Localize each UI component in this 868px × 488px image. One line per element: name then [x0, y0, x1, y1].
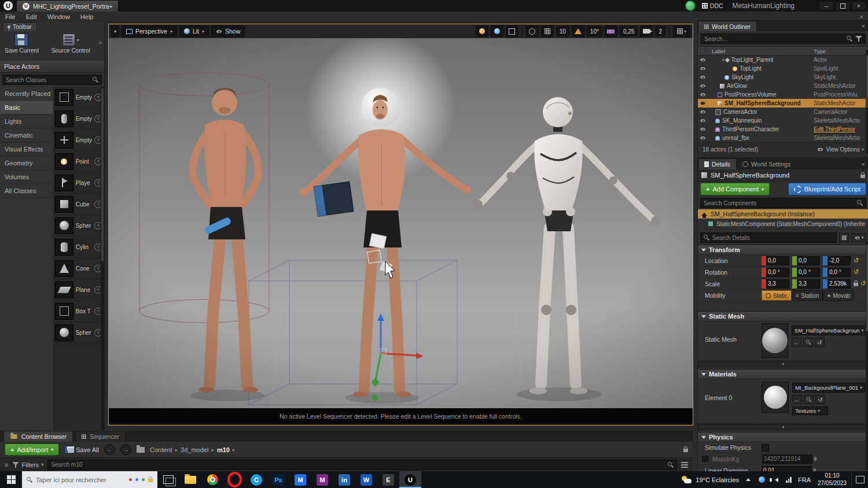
reset-location-button[interactable]: ↺ — [854, 257, 859, 264]
location-x-field[interactable]: 0,0 — [766, 256, 789, 265]
visibility-eye-icon[interactable] — [698, 58, 707, 62]
table-row[interactable]: TopLightSpotLight — [698, 64, 868, 73]
clock[interactable]: 01:10 27/05/2023 — [813, 471, 851, 488]
list-item[interactable]: Plane? — [54, 279, 104, 301]
table-row[interactable]: CameraActorCameraActor — [698, 108, 868, 116]
network-button[interactable] — [782, 471, 796, 488]
viewport-options-button[interactable]: ▾ — [111, 25, 119, 37]
visibility-eye-icon[interactable] — [698, 66, 707, 71]
save-all-button[interactable]: Save All — [64, 446, 99, 454]
settings-icon[interactable]: ≡ — [5, 461, 8, 468]
table-row[interactable]: SkyLightSkyLight — [698, 73, 868, 82]
use-selected-button[interactable]: ← — [792, 395, 802, 404]
list-item[interactable]: Cylin? — [54, 236, 104, 258]
filters-button[interactable]: Filters ▾ — [12, 461, 43, 468]
search-components-input[interactable]: Search Components — [700, 198, 866, 208]
close-button[interactable]: × — [851, 1, 866, 10]
start-button[interactable] — [0, 471, 22, 488]
lock-icon[interactable] — [683, 449, 688, 452]
scale-lock-icon[interactable] — [854, 283, 858, 286]
category-basic[interactable]: Basic — [0, 101, 53, 114]
toolbar-tab[interactable]: Toolbar — [2, 22, 37, 31]
scale-snap-button[interactable] — [605, 25, 617, 37]
static-mesh-dropdown[interactable]: SM_HalfSphereBackgroun ▾ — [792, 326, 867, 335]
scrollbar[interactable] — [866, 242, 868, 470]
search-details-input[interactable]: Search Details — [700, 232, 837, 243]
tray-expand-button[interactable] — [741, 471, 755, 488]
list-item[interactable]: Cone? — [54, 258, 104, 279]
column-header-label[interactable]: Label — [698, 48, 814, 54]
surface-snap-button[interactable] — [541, 25, 554, 37]
taskbar-weather[interactable]: 19°C Eclaircies — [682, 476, 741, 484]
blueprint-add-script-button[interactable]: Blueprint/Add Script — [788, 183, 866, 195]
actor-name-field[interactable]: SM_HalfSphereBackground — [711, 172, 789, 179]
location-label[interactable]: Location — [698, 257, 762, 264]
tab-world-settings[interactable]: World Settings — [737, 159, 796, 169]
browse-button[interactable] — [803, 338, 813, 347]
details-view-options-button[interactable]: ▾ — [851, 233, 866, 242]
taskbar-icon-chrome[interactable] — [201, 471, 223, 488]
world-outliner-tab[interactable]: World Outliner — [698, 21, 757, 31]
simulate-physics-checkbox[interactable] — [762, 444, 769, 452]
viewport-scene[interactable] — [109, 38, 693, 408]
use-selected-button[interactable]: ← — [792, 338, 801, 347]
location-z-field[interactable]: -2,0 — [827, 256, 851, 265]
tab-content-browser[interactable]: Content Browser — [3, 431, 73, 442]
panel-close-button[interactable]: × — [862, 23, 868, 31]
category-visual-effects[interactable]: Visual Effects — [0, 142, 53, 156]
visibility-eye-icon[interactable] — [698, 110, 707, 114]
rotate-tool-button[interactable] — [491, 25, 503, 37]
visibility-eye-icon[interactable] — [698, 136, 707, 140]
restore-button[interactable] — [835, 1, 850, 10]
filter-icon[interactable] — [855, 36, 862, 42]
save-current-button[interactable]: Save Current — [5, 34, 39, 54]
details-grid-button[interactable] — [839, 233, 849, 242]
list-item[interactable]: Cube? — [54, 194, 104, 215]
view-options-button[interactable]: View Options — [826, 146, 860, 153]
table-row[interactable]: ThirdPersonCharacterEdit ThirdPersor — [698, 125, 868, 134]
language-switcher[interactable]: FRA — [796, 471, 813, 488]
taskbar-icon-opera[interactable] — [223, 471, 245, 488]
lock-icon[interactable] — [860, 175, 865, 178]
taskbar-icon-word[interactable]: W — [355, 471, 377, 488]
content-search-input[interactable]: Search m10 — [47, 460, 677, 470]
scale-y-field[interactable]: 3,3 — [797, 279, 820, 289]
section-static-mesh[interactable]: Static Mesh — [698, 311, 868, 321]
table-row[interactable]: ▾TopLight_ParentActor — [698, 56, 868, 64]
world-local-toggle[interactable] — [526, 25, 539, 37]
reset-rotation-button[interactable]: ↺ — [854, 268, 859, 276]
taskbar-icon-c-app[interactable]: C — [245, 471, 267, 488]
taskbar-icon-app-m-blue[interactable]: M — [289, 471, 311, 488]
list-item[interactable]: Empty? — [54, 87, 104, 108]
secondary-close-button[interactable]: × — [860, 13, 863, 20]
taskbar-icon-epic[interactable]: E — [377, 471, 399, 488]
visibility-eye-icon[interactable] — [698, 101, 707, 105]
visibility-eye-icon[interactable] — [698, 119, 707, 123]
taskbar-icon-unreal[interactable]: U — [399, 471, 421, 488]
rotation-y-field[interactable]: 0,0 ° — [797, 268, 820, 277]
breadcrumb-m10[interactable]: m10 — [217, 446, 230, 453]
taskbar-search[interactable]: Taper ici pour rechercher — [22, 471, 157, 488]
scale-z-field[interactable]: 2,539k — [827, 279, 851, 289]
minimize-button[interactable]: – — [819, 1, 834, 10]
visibility-eye-icon[interactable] — [698, 75, 707, 79]
component-instance-row[interactable]: SM_HalfSphereBackground (Instance) — [698, 209, 868, 219]
mobility-movable-button[interactable]: +Movab — [823, 290, 854, 301]
menu-edit[interactable]: Edit — [21, 12, 42, 22]
list-item[interactable]: Spher? — [54, 322, 104, 343]
scrollbar[interactable] — [866, 50, 868, 154]
mobility-static-button[interactable]: Static — [762, 290, 792, 301]
menu-help[interactable]: Help — [75, 12, 99, 22]
taskbar-icon-app-m-purple[interactable]: M — [311, 471, 333, 488]
category-all-classes[interactable]: All Classes — [0, 184, 53, 198]
perspective-button[interactable]: Perspective ▾ — [122, 25, 177, 37]
scrollbar[interactable] — [101, 87, 104, 430]
material-thumbnail[interactable] — [762, 382, 789, 413]
source-control-button[interactable]: ▾ Source Control — [52, 34, 90, 54]
breadcrumb-3d-model[interactable]: 3d_model — [181, 446, 208, 453]
show-flags-button[interactable]: Show — [211, 25, 245, 37]
visibility-eye-icon[interactable] — [698, 93, 707, 97]
rotation-x-field[interactable]: 0,0 ° — [766, 268, 789, 277]
list-item[interactable]: Point? — [54, 151, 104, 172]
mobility-stationary-button[interactable]: ≡Station — [792, 290, 823, 301]
